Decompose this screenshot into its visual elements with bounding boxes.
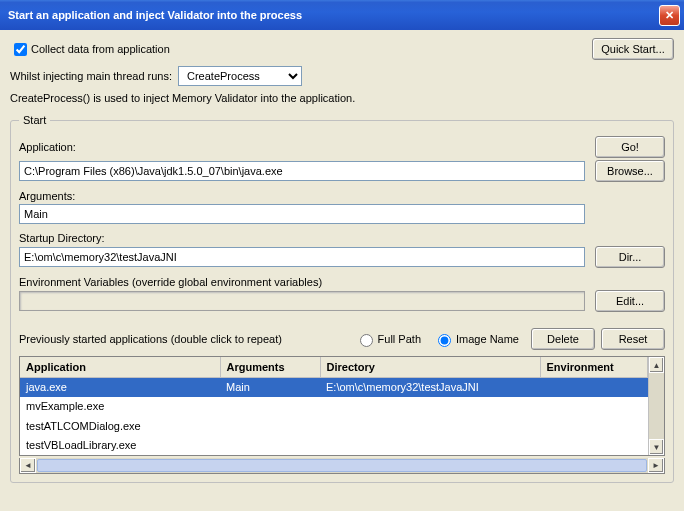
content: Collect data from application Quick Star…: [0, 30, 684, 491]
dir-button[interactable]: Dir...: [595, 246, 665, 268]
collect-data-label: Collect data from application: [31, 43, 170, 55]
startup-dir-label: Startup Directory:: [19, 232, 585, 244]
imagename-radio[interactable]: Image Name: [433, 331, 519, 347]
col-directory[interactable]: Directory: [320, 357, 540, 377]
collect-data-checkbox[interactable]: [14, 43, 27, 56]
go-button[interactable]: Go!: [595, 136, 665, 158]
col-arguments[interactable]: Arguments: [220, 357, 320, 377]
scroll-up-icon: ▲: [649, 357, 664, 373]
scroll-left-icon: ◄: [20, 458, 36, 473]
application-input[interactable]: [19, 161, 585, 181]
col-environment[interactable]: Environment: [540, 357, 648, 377]
arguments-label: Arguments:: [19, 190, 585, 202]
table-row[interactable]: testVBLoadLibrary.exe: [20, 436, 648, 456]
scroll-down-icon: ▼: [649, 439, 664, 455]
history-table: Application Arguments Directory Environm…: [19, 356, 665, 456]
scroll-right-icon: ►: [648, 458, 664, 473]
application-label: Application:: [19, 141, 585, 153]
env-vars-label: Environment Variables (override global e…: [19, 276, 585, 288]
inject-method-select[interactable]: CreateProcess: [178, 66, 302, 86]
delete-button[interactable]: Delete: [531, 328, 595, 350]
table-row[interactable]: testATLCOMDialog.exe: [20, 416, 648, 436]
fullpath-radio[interactable]: Full Path: [355, 331, 421, 347]
arguments-input[interactable]: [19, 204, 585, 224]
description-text: CreateProcess() is used to inject Memory…: [10, 92, 674, 104]
reset-button[interactable]: Reset: [601, 328, 665, 350]
table-row[interactable]: java.exeMainE:\om\c\memory32\testJavaJNI: [20, 377, 648, 397]
quick-start-button[interactable]: Quick Start...: [592, 38, 674, 60]
start-group: Start Application: Go! Browse... Argumen…: [10, 114, 674, 483]
start-legend: Start: [19, 114, 50, 126]
close-button[interactable]: ✕: [659, 5, 680, 26]
startup-dir-input[interactable]: [19, 247, 585, 267]
inject-label: Whilst injecting main thread runs:: [10, 70, 172, 82]
previous-apps-label: Previously started applications (double …: [19, 333, 282, 345]
vertical-scrollbar[interactable]: ▲ ▼: [648, 357, 664, 455]
table-row[interactable]: mvExample.exe: [20, 397, 648, 417]
env-vars-box: [19, 291, 585, 311]
titlebar: Start an application and inject Validato…: [0, 0, 684, 30]
browse-button[interactable]: Browse...: [595, 160, 665, 182]
horizontal-scrollbar[interactable]: ◄ ►: [19, 458, 665, 474]
window-title: Start an application and inject Validato…: [8, 9, 659, 21]
close-icon: ✕: [665, 9, 674, 22]
edit-button[interactable]: Edit...: [595, 290, 665, 312]
col-application[interactable]: Application: [20, 357, 220, 377]
